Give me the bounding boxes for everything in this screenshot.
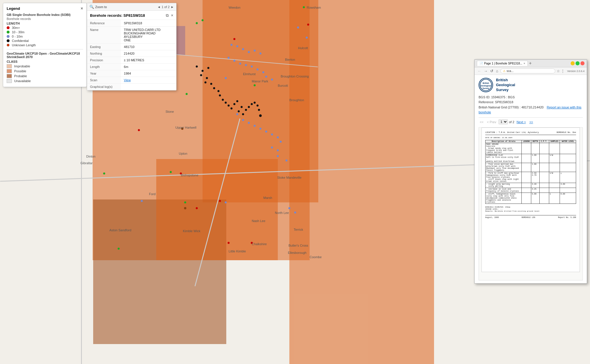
dot-black-9[interactable] <box>218 90 220 92</box>
dot-black-20[interactable] <box>245 109 247 111</box>
dot-black-11[interactable] <box>222 99 224 101</box>
dot-blue-16[interactable] <box>271 79 273 81</box>
dot-blue-14[interactable] <box>225 77 227 79</box>
dot-blue-7[interactable] <box>228 57 230 59</box>
browser-new-tab-button[interactable]: + <box>529 61 532 66</box>
dot-blue-33[interactable] <box>306 37 308 39</box>
dot-blue-25[interactable] <box>280 141 282 143</box>
dot-black-25[interactable] <box>258 109 260 111</box>
dot-red-5[interactable] <box>251 242 253 244</box>
legend-close-button[interactable]: × <box>81 6 83 11</box>
dot-black-17[interactable] <box>241 106 243 108</box>
browser-maximize-button[interactable] <box>576 61 580 65</box>
dot-red-8[interactable] <box>228 242 230 244</box>
dot-red-4[interactable] <box>196 207 198 209</box>
dot-blue-31[interactable] <box>141 200 143 202</box>
dot-green-4[interactable] <box>186 93 188 95</box>
browser-menu-button[interactable]: ⋮ <box>561 69 565 73</box>
popup-next-button[interactable]: ► <box>171 5 174 9</box>
dot-blue-26[interactable] <box>271 147 273 149</box>
dot-black-6[interactable] <box>205 82 207 84</box>
dot-green-3[interactable] <box>303 6 305 8</box>
dot-black-16[interactable] <box>236 100 238 102</box>
dot-blue-4[interactable] <box>248 51 250 53</box>
dot-blue-27[interactable] <box>277 149 279 151</box>
dot-blue-1[interactable] <box>231 44 233 46</box>
dot-black-3[interactable] <box>207 67 209 69</box>
dot-red-2[interactable] <box>180 173 182 175</box>
dot-black-21[interactable] <box>248 106 250 108</box>
dot-brown-2[interactable] <box>184 207 186 209</box>
dot-blue-29[interactable] <box>286 160 288 162</box>
dot-blue-9[interactable] <box>239 63 241 65</box>
bgs-prev-button[interactable]: < Prev <box>486 120 497 124</box>
dot-black-18[interactable] <box>238 110 240 112</box>
browser-address-bar[interactable]: ⚠ sca... <box>500 69 555 73</box>
bgs-page-select[interactable]: 1 2 <box>499 119 508 124</box>
dot-blue-20[interactable] <box>254 125 256 127</box>
browser-refresh-button[interactable]: ↺ <box>490 69 494 73</box>
dot-blue-22[interactable] <box>265 131 267 133</box>
dot-blue-19[interactable] <box>248 122 250 124</box>
popup-close-button[interactable]: × <box>171 13 173 18</box>
dot-black-13[interactable] <box>228 105 230 107</box>
dot-blue-28[interactable] <box>277 155 279 157</box>
dot-blue-17[interactable] <box>236 113 238 115</box>
dot-black-12[interactable] <box>225 102 227 104</box>
dot-blue-23[interactable] <box>271 134 273 136</box>
dot-red-7[interactable] <box>219 200 221 202</box>
dot-black-19[interactable] <box>242 113 244 115</box>
dot-blue-12[interactable] <box>257 69 259 71</box>
popup-value-scan[interactable]: View <box>121 77 176 84</box>
dot-black-5[interactable] <box>206 77 208 79</box>
browser-forward-button[interactable]: → <box>483 69 488 73</box>
dot-green-7[interactable] <box>103 173 105 175</box>
dot-black-24[interactable] <box>257 105 259 107</box>
bgs-last-button[interactable]: >> <box>528 120 534 124</box>
popup-copy-button[interactable]: ⧉ <box>166 13 169 18</box>
dot-green-1[interactable] <box>196 22 198 24</box>
dot-blue-30[interactable] <box>225 202 227 204</box>
dot-green-9[interactable] <box>184 202 186 204</box>
dot-blue-5[interactable] <box>254 50 256 52</box>
dot-blue-2[interactable] <box>236 45 238 47</box>
dot-black-14[interactable] <box>231 108 233 110</box>
dot-black-1[interactable] <box>196 66 198 68</box>
dot-blue-13[interactable] <box>262 71 264 73</box>
dot-black-4[interactable] <box>200 74 202 76</box>
browser-minimize-button[interactable] <box>571 61 575 65</box>
dot-black-8[interactable] <box>213 87 215 89</box>
dot-black-26[interactable] <box>259 114 262 117</box>
browser-home-button[interactable]: ⌂ <box>495 69 499 73</box>
dot-blue-24[interactable] <box>277 136 279 138</box>
dot-red-3[interactable] <box>307 24 309 26</box>
dot-blue-18[interactable] <box>242 119 244 121</box>
dot-green-8[interactable] <box>118 248 120 250</box>
dot-green-5[interactable] <box>254 84 256 86</box>
dot-black-2[interactable] <box>202 70 204 72</box>
dot-brown-1[interactable] <box>181 128 183 130</box>
dot-blue-32[interactable] <box>297 27 299 29</box>
dot-blue-34[interactable] <box>288 207 291 209</box>
browser-bookmark-button[interactable]: ☆ <box>557 69 560 73</box>
bgs-next-button[interactable]: Next > <box>515 120 527 124</box>
dot-red-6[interactable] <box>234 38 236 40</box>
dot-black-22[interactable] <box>251 103 253 105</box>
dot-blue-8[interactable] <box>234 60 236 62</box>
browser-close-button[interactable] <box>580 61 585 65</box>
dot-blue-3[interactable] <box>242 48 244 50</box>
dot-blue-35[interactable] <box>294 212 296 214</box>
dot-black-23[interactable] <box>254 102 256 104</box>
dot-black-10[interactable] <box>219 95 221 97</box>
dot-green-6[interactable] <box>170 171 172 173</box>
dot-blue-11[interactable] <box>251 66 253 68</box>
dot-blue-6[interactable] <box>260 53 262 55</box>
dot-blue-15[interactable] <box>265 76 267 78</box>
browser-tab-active[interactable]: 📄 Page 1 | Borehole SP81318... × <box>477 61 528 66</box>
popup-prev-button[interactable]: ◄ <box>157 5 161 9</box>
dot-blue-21[interactable] <box>260 128 262 130</box>
dot-green-2[interactable] <box>202 19 204 21</box>
dot-red-1[interactable] <box>138 129 140 131</box>
popup-zoom-to[interactable]: 🔍 Zoom to <box>89 5 107 9</box>
bgs-first-button[interactable]: << <box>479 120 485 124</box>
